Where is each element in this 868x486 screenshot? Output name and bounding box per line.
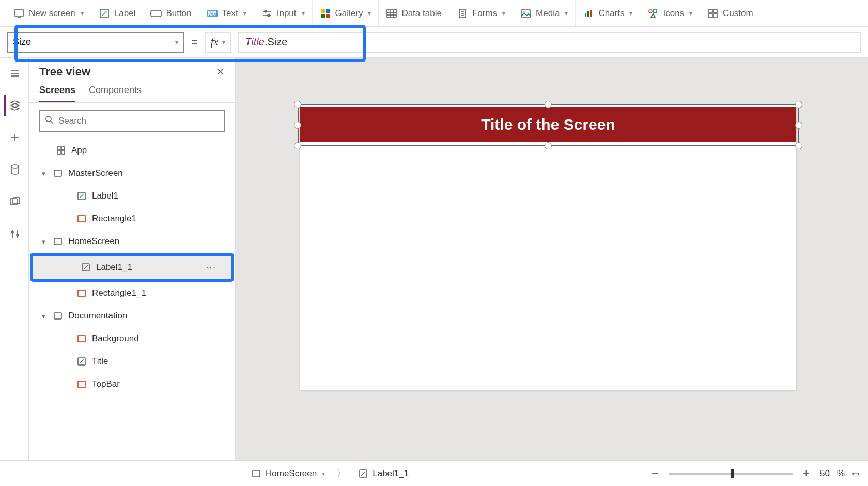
tree-node-title[interactable]: Title <box>29 350 235 373</box>
resize-handle-bl[interactable] <box>294 142 301 149</box>
zoom-controls: − + 50 % ⤢ <box>648 467 860 480</box>
gallery-button[interactable]: Gallery ▾ <box>313 0 379 26</box>
chevron-down-icon: ▾ <box>368 10 371 17</box>
new-screen-label: New screen <box>29 8 75 19</box>
tree-node-rectangle1[interactable]: Rectangle1 <box>29 207 235 230</box>
data-rail-button[interactable] <box>4 159 25 180</box>
chevron-down-icon[interactable]: ▾ <box>39 170 48 177</box>
custom-label: Custom <box>723 8 753 19</box>
chevron-down-icon: ▾ <box>175 39 178 46</box>
main-area: Tree view ✕ Screens Components App ▾ Mas… <box>0 58 868 460</box>
selection-outline <box>298 104 799 146</box>
svg-rect-0 <box>14 10 24 16</box>
chevron-down-icon: ▾ <box>565 10 568 17</box>
chevron-down-icon[interactable]: ▾ <box>39 312 48 320</box>
rectangle-control-icon <box>76 214 87 224</box>
svg-rect-11 <box>326 9 330 13</box>
insert-rail-button[interactable] <box>4 127 25 148</box>
icons-shapes-icon <box>647 8 659 19</box>
advanced-rail-button[interactable] <box>4 223 25 244</box>
fit-to-window-icon[interactable]: ⤢ <box>849 466 862 480</box>
tree-node-topbar[interactable]: TopBar <box>29 373 235 396</box>
breadcrumb-screen[interactable]: HomeScreen ▾ <box>246 468 330 479</box>
resize-handle-tr[interactable] <box>795 101 802 108</box>
media-button[interactable]: Media ▾ <box>513 0 576 26</box>
input-button[interactable]: Input ▾ <box>254 0 313 26</box>
tab-screens[interactable]: Screens <box>39 85 75 102</box>
fx-button[interactable]: fx ▾ <box>205 32 231 53</box>
tree-view-rail-button[interactable] <box>4 95 25 116</box>
tree-node-label: Rectangle1 <box>92 214 136 224</box>
resize-handle-tl[interactable] <box>294 101 301 108</box>
chevron-down-icon[interactable]: ▾ <box>322 470 325 477</box>
svg-text:Abc: Abc <box>209 11 218 17</box>
tree-search[interactable] <box>39 110 225 132</box>
more-options-icon[interactable]: ··· <box>206 262 216 272</box>
chevron-down-icon: ▾ <box>629 10 632 17</box>
tree-node-rectangle1-1[interactable]: Rectangle1_1 <box>29 282 235 305</box>
svg-rect-12 <box>321 14 325 18</box>
svg-point-28 <box>649 10 652 13</box>
canvas-area[interactable]: Title of the Screen <box>236 58 868 460</box>
tree-node-app[interactable]: App <box>29 139 235 162</box>
forms-button[interactable]: Forms ▾ <box>450 0 513 26</box>
tree-node-label1-1[interactable]: Label1_1 ··· <box>33 256 231 279</box>
chevron-down-icon: ▾ <box>502 10 505 17</box>
breadcrumb-control[interactable]: Label1_1 <box>353 468 414 479</box>
status-bar: HomeScreen ▾ 〉 Label1_1 − + 50 % ⤢ <box>0 460 868 486</box>
zoom-slider-thumb[interactable] <box>731 469 734 478</box>
media-icon <box>520 8 532 19</box>
charts-button[interactable]: Charts ▾ <box>576 0 640 26</box>
screen-outline-icon <box>53 311 63 321</box>
custom-button[interactable]: Custom <box>700 0 761 26</box>
resize-handle-tc[interactable] <box>545 101 552 108</box>
resize-handle-ml[interactable] <box>294 122 301 129</box>
resize-handle-mr[interactable] <box>795 122 802 129</box>
button-button[interactable]: Button <box>143 0 199 26</box>
svg-rect-26 <box>587 11 589 17</box>
zoom-out-button[interactable]: − <box>648 467 661 480</box>
property-dropdown[interactable]: ▾ <box>7 32 184 53</box>
media-rail-button[interactable] <box>4 191 25 212</box>
screen-outline-icon <box>251 468 261 479</box>
resize-handle-br[interactable] <box>795 142 802 149</box>
tree-node-label: Label1_1 <box>96 262 132 272</box>
svg-rect-55 <box>54 238 61 245</box>
svg-rect-51 <box>61 151 65 154</box>
tree-node-label: Background <box>92 333 139 344</box>
tab-components[interactable]: Components <box>89 85 142 102</box>
label-button[interactable]: Label <box>91 0 144 26</box>
chevron-down-icon[interactable]: ▾ <box>39 238 48 246</box>
new-screen-button[interactable]: New screen ▾ <box>6 0 91 26</box>
chevron-down-icon: ▾ <box>243 10 246 17</box>
close-icon[interactable]: ✕ <box>216 66 225 78</box>
svg-rect-27 <box>590 10 592 17</box>
hamburger-button[interactable] <box>4 63 25 84</box>
zoom-slider[interactable] <box>669 473 793 475</box>
tree-search-input[interactable] <box>58 116 219 126</box>
text-button[interactable]: Abc Text ▾ <box>199 0 254 26</box>
label-label: Label <box>114 8 136 19</box>
label-control-icon <box>358 468 368 479</box>
tree-node-masterscreen[interactable]: ▾ MasterScreen <box>29 162 235 185</box>
tree-view-title: Tree view <box>39 65 90 79</box>
tree-node-documentation[interactable]: ▾ Documentation <box>29 305 235 327</box>
selected-control-title[interactable]: Title of the Screen <box>298 104 799 146</box>
data-table-button[interactable]: Data table <box>379 0 450 26</box>
svg-point-46 <box>46 116 51 122</box>
text-label: Text <box>222 8 238 19</box>
gallery-label: Gallery <box>335 8 363 19</box>
button-label: Button <box>166 8 191 19</box>
tree-node-homescreen[interactable]: ▾ HomeScreen <box>29 230 235 253</box>
resize-handle-bc[interactable] <box>545 142 552 149</box>
formula-input[interactable]: Title.Size <box>238 32 861 53</box>
icons-button[interactable]: Icons ▾ <box>640 0 700 26</box>
property-dropdown-input[interactable] <box>13 37 147 48</box>
zoom-in-button[interactable]: + <box>800 467 813 480</box>
button-icon <box>150 8 162 19</box>
tree-node-label1[interactable]: Label1 <box>29 185 235 207</box>
forms-label: Forms <box>472 8 497 19</box>
tree-node-background[interactable]: Background <box>29 327 235 350</box>
svg-rect-49 <box>61 147 65 150</box>
chevron-down-icon: ▾ <box>81 10 84 17</box>
